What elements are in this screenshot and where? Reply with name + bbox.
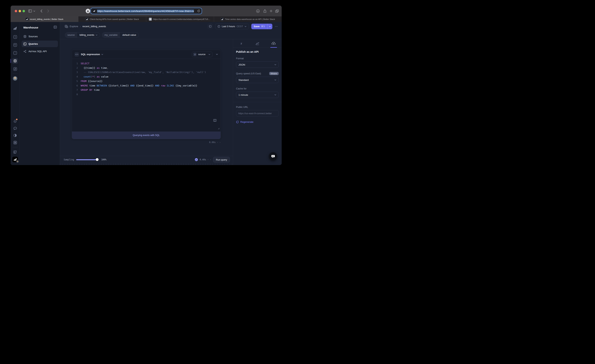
explore-icon	[65, 25, 68, 28]
sidebar-toggle-icon[interactable]	[28, 6, 32, 16]
slider-thumb[interactable]	[96, 158, 99, 161]
address-bar[interactable]: https://warehouse.betterstack.com/team/t…	[91, 8, 202, 14]
chat-bubble-icon	[271, 155, 275, 158]
sidebar-item-queries[interactable]: Queries	[21, 41, 58, 47]
code-line[interactable]: 5FROM {{source}}	[74, 79, 219, 84]
time-range-picker[interactable]: Last 3 hours CEST	[215, 24, 249, 29]
code-line[interactable]: 2 {{time}} as time,	[74, 66, 219, 70]
reload-icon[interactable]	[197, 9, 200, 13]
logs-icon[interactable]	[12, 42, 18, 48]
tab-overview-icon[interactable]	[275, 6, 279, 16]
save-button[interactable]: Save ⌘S	[251, 24, 272, 29]
public-url-value: https://us-east-9-connect.better	[238, 112, 272, 115]
browser-toolbar: https://warehouse.betterstack.com/team/t…	[11, 6, 282, 16]
format-label: Format	[236, 57, 244, 60]
format-value: JSON	[238, 63, 245, 66]
collapse-editor-icon[interactable]	[216, 54, 218, 55]
theme-contrast-icon[interactable]	[12, 132, 18, 138]
right-panel-tabs: x	[233, 39, 282, 48]
tab-query-url[interactable]: B https://us-east-9-connect.betterstackd…	[146, 16, 214, 22]
support-chat-button[interactable]	[269, 152, 277, 161]
cache-value: 1 minute	[238, 93, 248, 96]
chip-value: billing_events	[79, 34, 94, 36]
run-timing: 0.40s · -	[200, 158, 211, 161]
invite-user-icon[interactable]	[12, 149, 18, 155]
more-options-button[interactable]: ⋯	[275, 25, 278, 28]
page-header: Explore › recent_billing_events Last 3 h…	[60, 22, 282, 31]
workspace-avatar	[16, 160, 19, 163]
uptime-bolt-icon[interactable]	[12, 34, 18, 40]
cloud-upload-icon	[272, 42, 276, 45]
chevron-down-icon[interactable]	[33, 6, 35, 16]
tab-visualization[interactable]	[249, 39, 265, 48]
back-button[interactable]	[40, 6, 42, 16]
sampling-value: 100%	[101, 158, 106, 161]
tab-time-series-warehouse[interactable]: Time series data warehouse as an API | B…	[214, 16, 282, 22]
forward-button[interactable]	[47, 6, 49, 16]
breadcrumb-current: recent_billing_events	[82, 25, 106, 28]
regenerate-link[interactable]: Regenerate	[236, 121, 279, 123]
selector-value: source	[198, 53, 205, 56]
traffic-lights	[15, 10, 25, 12]
command-menu-icon[interactable]	[12, 140, 18, 145]
tab-strip: recent_billing_events | Better Stack Cli…	[11, 16, 282, 22]
cache-select[interactable]: 1 minute	[236, 92, 279, 98]
tab-client-facing-apis[interactable]: Client-facing APIs from saved queries | …	[78, 16, 146, 22]
share-icon[interactable]	[263, 6, 266, 16]
code-line[interactable]: 8	[74, 92, 219, 97]
sidebar-item-sources[interactable]: Sources	[21, 33, 58, 40]
query-speed-select[interactable]: Standard	[236, 77, 279, 83]
save-dropdown-button[interactable]	[267, 24, 272, 29]
zoom-window-button[interactable]	[22, 10, 25, 12]
breadcrumb-separator: ›	[80, 25, 81, 28]
code-line[interactable]: 6WHERE time BETWEEN {{start_time}} AND {…	[74, 84, 219, 88]
chevron-down-icon[interactable]	[101, 54, 103, 55]
downloads-icon[interactable]	[256, 6, 260, 16]
billable-badge: Billable	[269, 72, 279, 75]
settings-sliders-icon[interactable]	[12, 66, 18, 72]
sampling-slider[interactable]	[76, 159, 98, 160]
breadcrumb-root[interactable]: Explore	[70, 25, 78, 28]
close-window-button[interactable]	[15, 10, 17, 12]
chat-feedback-icon[interactable]	[12, 125, 18, 131]
resize-handle[interactable]	[218, 127, 220, 130]
docs-book-icon[interactable]	[213, 119, 216, 122]
incidents-icon[interactable]	[12, 50, 18, 56]
editor-status-strip: Querying events with SQL	[72, 131, 220, 139]
minimize-window-button[interactable]	[19, 10, 21, 12]
sql-code-editor[interactable]: 1SELECT2 {{time}} as time,3 -- COALESCE(…	[72, 59, 220, 131]
new-tab-icon[interactable]	[269, 6, 273, 16]
query-panel-button[interactable]	[208, 24, 213, 29]
warehouse-database-icon[interactable]	[12, 58, 18, 64]
tab-variables[interactable]: x	[233, 39, 249, 48]
code-line[interactable]: 7GROUP BY time	[74, 88, 219, 92]
tab-publish-api[interactable]	[265, 39, 282, 48]
chevron-down-icon	[245, 26, 247, 27]
tab-recent-billing-events[interactable]: recent_billing_events | Better Stack	[11, 16, 78, 22]
time-range-value: Last 3 hours	[222, 25, 235, 28]
source-variable-chip[interactable]: source billing_events	[65, 32, 100, 38]
refresh-icon	[236, 121, 239, 123]
branch-icon	[23, 50, 27, 53]
format-select[interactable]: JSON	[236, 62, 279, 68]
betterstack-logo-icon[interactable]	[12, 25, 18, 31]
code-line[interactable]: 1SELECT	[74, 61, 219, 66]
timezone-label: CEST	[237, 25, 243, 28]
query-speed-label: Query speed (US East)	[236, 72, 261, 75]
code-line[interactable]: 3 -- COALESCE(JSONExtractCaseInsensitive…	[74, 70, 219, 74]
sidebar-item-adhoc-sql-api[interactable]: Ad-hoc SQL API	[21, 48, 58, 55]
run-query-button[interactable]: Run query	[213, 157, 230, 163]
public-url-input[interactable]: https://us-east-9-connect.better	[236, 110, 279, 116]
code-line[interactable]: 4 count(*) as value	[74, 74, 219, 79]
collapse-sidebar-icon[interactable]	[54, 26, 57, 29]
user-avatar[interactable]	[12, 75, 18, 81]
active-tab-underline	[270, 47, 277, 48]
my-variable-chip[interactable]: my_variable default value	[102, 32, 139, 38]
clock-icon	[218, 25, 220, 28]
notifications-bell-icon[interactable]	[12, 118, 18, 124]
query-speed-value: Standard	[238, 79, 249, 81]
source-selector[interactable]: x source	[192, 52, 212, 57]
workspace-logo[interactable]	[12, 157, 18, 163]
query-editor-area: </> SQL expression x source	[60, 39, 233, 165]
profile-badge-icon[interactable]	[86, 9, 90, 13]
